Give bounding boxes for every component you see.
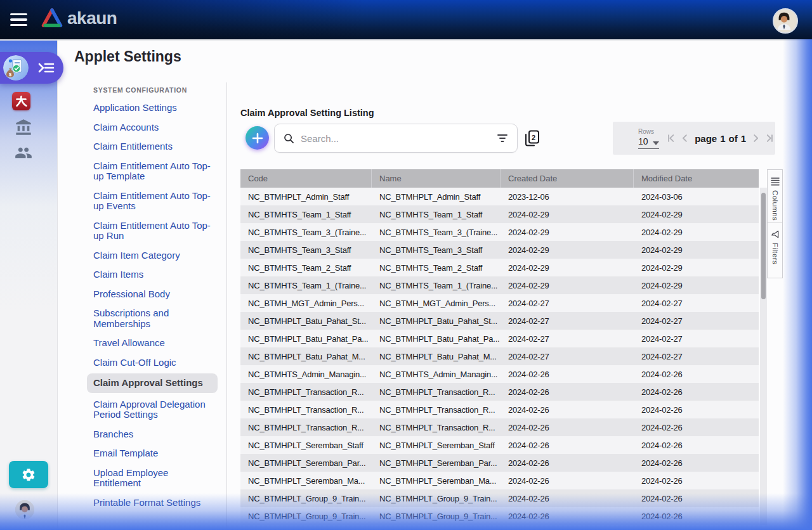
sidebar-item[interactable]: Claim Entitlements [93, 141, 218, 152]
prev-page-icon [679, 132, 691, 144]
table-cell: NC_BTMHTS_Team_1_(Traine... [372, 281, 501, 290]
table-row[interactable]: NC_BTMHPLT_Batu_Pahat_M...NC_BTMHPLT_Bat… [240, 347, 759, 365]
table-row[interactable]: NC_BTMHTS_Team_3_(Traine...NC_BTMHTS_Tea… [240, 223, 759, 241]
settings-gear-button[interactable] [9, 461, 48, 488]
sidebar-item[interactable]: Professional Body [93, 289, 218, 300]
table-cell: NC_BTMHPLT_Batu_Pahat_St... [240, 316, 372, 326]
sidebar-item[interactable]: Claim Entitlement Auto Top-up Events [93, 191, 218, 212]
sidebar-item[interactable]: Claim Approval Delegation Period Setting… [93, 399, 218, 420]
brand-wordmark: akaun [67, 8, 117, 29]
table-row[interactable]: NC_BTMHPLT_Admin_StaffNC_BTMHPLT_Admin_S… [240, 188, 759, 205]
table-scrollbar-track[interactable] [760, 188, 767, 525]
table-cell: 2024-02-29 [501, 281, 634, 290]
tab-columns[interactable]: Columns [767, 169, 783, 223]
table-row[interactable]: NC_BTMHTS_Team_3_StaffNC_BTMHTS_Team_3_S… [240, 241, 759, 259]
table-cell: NC_BTMHPLT_Group_9_Train... [372, 494, 501, 503]
sidebar-item[interactable]: Claim Cut-Off Logic [93, 358, 218, 368]
brand-logo[interactable]: akaun [41, 8, 117, 29]
table-cell: NC_BTMHTS_Team_2_Staff [240, 263, 372, 273]
column-header[interactable]: Modified Date [634, 169, 759, 188]
table-row[interactable]: NC_BTMHPLT_Transaction_R...NC_BTMHPLT_Tr… [240, 418, 759, 436]
table-cell: 2024-02-27 [501, 299, 634, 308]
table-row[interactable]: NC_BTMHTS_Team_1_(Traine...NC_BTMHTS_Tea… [240, 276, 759, 294]
users-icon[interactable] [15, 144, 32, 162]
column-header[interactable]: Name [372, 169, 501, 188]
table-row[interactable]: NC_BTMHPLT_Seremban_Ma...NC_BTMHPLT_Sere… [240, 472, 759, 489]
table-row[interactable]: NC_BTMHTS_Team_2_StaffNC_BTMHTS_Team_2_S… [240, 259, 759, 276]
table-cell: NC_BTMHPLT_Group_9_Train... [372, 512, 501, 521]
table-row[interactable]: NC_BTMHPLT_Group_9_Train...NC_BTMHPLT_Gr… [240, 507, 759, 525]
copy-button[interactable]: 2 [523, 129, 542, 148]
sidebar-item[interactable]: Application Settings [93, 103, 218, 113]
sidebar-item[interactable]: Claim Items [93, 269, 218, 280]
table-cell: 2023-12-06 [501, 192, 634, 202]
table-row[interactable]: NC_BTMHPLT_Batu_Pahat_St...NC_BTMHPLT_Ba… [240, 312, 759, 330]
table-cell: 2024-02-26 [501, 494, 634, 503]
first-page-button[interactable] [665, 132, 678, 145]
next-page-button[interactable] [749, 132, 762, 145]
prev-page-button[interactable] [679, 132, 691, 145]
sidebar-item[interactable]: Claim Accounts [93, 122, 218, 133]
table-cell: NC_BTMH_MGT_Admin_Pers... [240, 299, 372, 308]
table-row[interactable]: NC_BTMH_MGT_Admin_Pers...NC_BTMH_MGT_Adm… [240, 294, 759, 312]
page-title: Applet Settings [74, 48, 181, 65]
sidebar-item-active[interactable]: Claim Approval Settings [87, 373, 218, 393]
vertical-divider [226, 82, 227, 530]
columns-icon [770, 176, 780, 186]
collapse-menu-icon[interactable] [37, 61, 55, 75]
sidebar-item[interactable]: Subscriptions and Memberships [93, 308, 218, 329]
tab-filters[interactable]: Filters [767, 223, 783, 278]
user-avatar[interactable] [15, 500, 34, 519]
table-row[interactable]: NC_BTMHPLT_Batu_Pahat_Pa...NC_BTMHPLT_Ba… [240, 330, 759, 347]
column-header[interactable]: Created Date [501, 169, 634, 188]
table-cell: 2024-02-29 [501, 210, 634, 219]
table-cell: NC_BTMHPLT_Batu_Pahat_M... [240, 352, 372, 361]
column-header[interactable]: Code [240, 169, 372, 188]
table-row[interactable]: NC_BTMHPLT_Seremban_StaffNC_BTMHPLT_Sere… [240, 436, 759, 454]
last-page-button[interactable] [763, 132, 775, 145]
rows-per-page-select[interactable]: Rows 10 [638, 128, 659, 149]
table-cell: NC_BTMHPLT_Admin_Staff [240, 192, 372, 202]
table-row[interactable]: NC_BTMHPLT_Transaction_R...NC_BTMHPLT_Tr… [240, 383, 759, 401]
sidebar-item[interactable]: Upload Employee Entitlement [93, 468, 218, 489]
table-cell: NC_BTMHPLT_Batu_Pahat_Pa... [372, 334, 501, 344]
table-cell: NC_BTMHPLT_Group_9_Train... [240, 494, 372, 503]
search-icon [284, 133, 294, 144]
table-row[interactable]: NC_BTMHPLT_Group_9_Train...NC_BTMHPLT_Gr… [240, 489, 759, 507]
table-cell: 2024-02-26 [634, 494, 759, 503]
sidebar-item[interactable]: Travel Allowance [93, 338, 218, 349]
user-avatar[interactable] [773, 8, 798, 34]
sidebar-item[interactable]: Claim Item Category [93, 250, 218, 261]
navbar-divider [0, 39, 812, 41]
table-header: CodeNameCreated DateModified Date [240, 169, 759, 188]
avatar-photo-icon [15, 500, 34, 519]
sidebar-item[interactable]: Claim Entitlement Auto Top-up Template [93, 161, 218, 182]
table-cell: NC_BTMHTS_Team_1_Staff [372, 210, 501, 219]
bank-icon[interactable] [15, 119, 32, 136]
tab-filters-label: Filters [771, 243, 779, 264]
sidebar-item[interactable]: Branches [93, 429, 218, 440]
table-cell: NC_BTMHTS_Team_3_Staff [240, 245, 372, 255]
table-row[interactable]: NC_BTMHTS_Team_1_StaffNC_BTMHTS_Team_1_S… [240, 205, 759, 223]
search-box [274, 124, 518, 153]
brand-red-icon[interactable] [12, 92, 30, 110]
sidebar-item[interactable]: Claim Entitlement Auto Top-up Run [93, 221, 218, 242]
sidebar-items: Application SettingsClaim AccountsClaim … [93, 103, 218, 508]
search-input[interactable] [299, 132, 497, 145]
pagination-bar: Rows 10 page 1 of 1 [613, 122, 775, 155]
table-cell: 2024-02-26 [501, 458, 634, 468]
table-scrollbar-thumb[interactable] [761, 193, 766, 299]
table-row[interactable]: NC_BTMHPLT_Seremban_Par...NC_BTMHPLT_Ser… [240, 454, 759, 472]
filter-list-icon[interactable] [497, 134, 508, 143]
table-row[interactable]: NC_BTMHTS_Admin_Managin...NC_BTMHTS_Admi… [240, 365, 759, 383]
table-cell: NC_BTMHPLT_Seremban_Ma... [372, 476, 501, 486]
hamburger-menu-icon[interactable] [10, 13, 27, 26]
sidebar-item[interactable]: Email Template [93, 448, 218, 459]
sidebar-item[interactable]: Printable Format Settings [93, 498, 218, 508]
filters-icon [770, 229, 780, 239]
active-applet-pill[interactable]: $ [0, 52, 63, 84]
add-button[interactable] [246, 126, 269, 150]
table-cell: NC_BTMHPLT_Transaction_R... [240, 387, 372, 397]
table-body: NC_BTMHPLT_Admin_StaffNC_BTMHPLT_Admin_S… [240, 188, 759, 525]
table-row[interactable]: NC_BTMHPLT_Transaction_R...NC_BTMHPLT_Tr… [240, 401, 759, 418]
